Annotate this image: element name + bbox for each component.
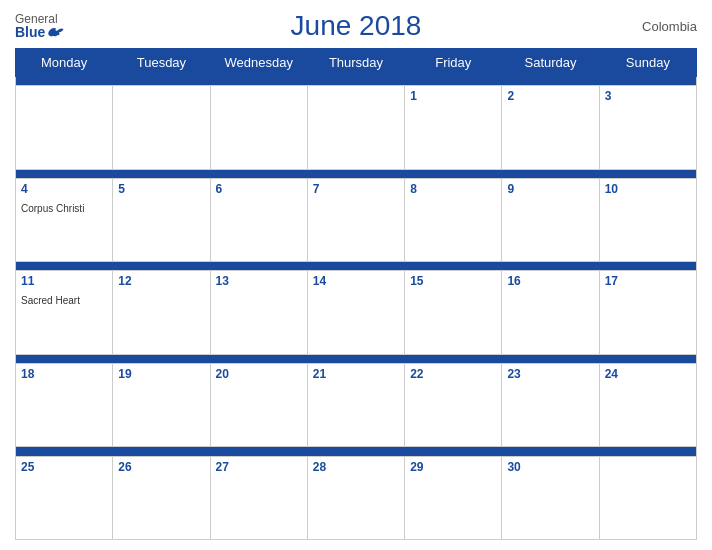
day-number: 26 <box>118 460 204 474</box>
table-row: 252627282930 <box>16 456 697 539</box>
table-row: 4Corpus Christi5678910 <box>16 178 697 261</box>
table-row: 18192021222324 <box>16 363 697 446</box>
calendar-cell: 17 <box>599 271 696 354</box>
calendar-cell <box>210 86 307 169</box>
calendar-cell: 5 <box>113 178 210 261</box>
calendar-cell: 30 <box>502 456 599 539</box>
calendar-cell: 12 <box>113 271 210 354</box>
calendar-cell: 9 <box>502 178 599 261</box>
calendar-cell: 8 <box>405 178 502 261</box>
col-friday: Friday <box>405 49 502 77</box>
calendar-cell <box>16 86 113 169</box>
day-number: 10 <box>605 182 691 196</box>
day-number: 7 <box>313 182 399 196</box>
calendar-cell: 15 <box>405 271 502 354</box>
calendar-cell: 16 <box>502 271 599 354</box>
logo-blue: Blue <box>15 25 65 39</box>
col-sunday: Sunday <box>599 49 696 77</box>
calendar-cell: 3 <box>599 86 696 169</box>
month-title: June 2018 <box>291 10 422 42</box>
calendar-cell: 29 <box>405 456 502 539</box>
day-number: 15 <box>410 274 496 288</box>
day-number: 12 <box>118 274 204 288</box>
day-number: 9 <box>507 182 593 196</box>
day-number: 25 <box>21 460 107 474</box>
calendar-cell: 4Corpus Christi <box>16 178 113 261</box>
calendar-cell: 1 <box>405 86 502 169</box>
day-number: 1 <box>410 89 496 103</box>
day-number: 20 <box>216 367 302 381</box>
days-header-row: Monday Tuesday Wednesday Thursday Friday… <box>16 49 697 77</box>
day-number: 4 <box>21 182 107 196</box>
calendar-cell: 6 <box>210 178 307 261</box>
day-number: 24 <box>605 367 691 381</box>
calendar-cell: 10 <box>599 178 696 261</box>
calendar-cell: 23 <box>502 363 599 446</box>
holiday-label: Sacred Heart <box>21 295 80 306</box>
day-number: 30 <box>507 460 593 474</box>
table-row: 123 <box>16 86 697 169</box>
day-number: 23 <box>507 367 593 381</box>
calendar-cell: 11Sacred Heart <box>16 271 113 354</box>
calendar-cell <box>599 456 696 539</box>
calendar-header: General Blue June 2018 Colombia <box>15 10 697 42</box>
col-wednesday: Wednesday <box>210 49 307 77</box>
calendar-cell: 27 <box>210 456 307 539</box>
calendar-wrapper: General Blue June 2018 Colombia Monday T… <box>0 0 712 550</box>
col-tuesday: Tuesday <box>113 49 210 77</box>
holiday-label: Corpus Christi <box>21 203 84 214</box>
day-number: 29 <box>410 460 496 474</box>
day-number: 13 <box>216 274 302 288</box>
calendar-cell: 18 <box>16 363 113 446</box>
col-thursday: Thursday <box>307 49 404 77</box>
day-number: 17 <box>605 274 691 288</box>
calendar-body: 1234Corpus Christi567891011Sacred Heart1… <box>16 77 697 540</box>
day-number: 22 <box>410 367 496 381</box>
day-number: 28 <box>313 460 399 474</box>
day-number: 3 <box>605 89 691 103</box>
day-number: 16 <box>507 274 593 288</box>
calendar-cell: 24 <box>599 363 696 446</box>
day-number: 8 <box>410 182 496 196</box>
calendar-cell: 26 <box>113 456 210 539</box>
day-number: 27 <box>216 460 302 474</box>
calendar-cell: 20 <box>210 363 307 446</box>
calendar-cell: 21 <box>307 363 404 446</box>
country-label: Colombia <box>642 19 697 34</box>
calendar-cell: 14 <box>307 271 404 354</box>
calendar-cell: 19 <box>113 363 210 446</box>
calendar-cell: 28 <box>307 456 404 539</box>
day-number: 5 <box>118 182 204 196</box>
logo-bird-icon <box>47 25 65 39</box>
calendar-table: Monday Tuesday Wednesday Thursday Friday… <box>15 48 697 540</box>
calendar-cell <box>307 86 404 169</box>
day-number: 19 <box>118 367 204 381</box>
day-number: 6 <box>216 182 302 196</box>
calendar-cell: 2 <box>502 86 599 169</box>
day-number: 14 <box>313 274 399 288</box>
day-number: 18 <box>21 367 107 381</box>
calendar-cell: 22 <box>405 363 502 446</box>
calendar-cell: 13 <box>210 271 307 354</box>
day-number: 21 <box>313 367 399 381</box>
day-number: 2 <box>507 89 593 103</box>
calendar-cell: 25 <box>16 456 113 539</box>
logo: General Blue <box>15 13 65 39</box>
calendar-cell <box>113 86 210 169</box>
table-row: 11Sacred Heart121314151617 <box>16 271 697 354</box>
col-monday: Monday <box>16 49 113 77</box>
col-saturday: Saturday <box>502 49 599 77</box>
calendar-cell: 7 <box>307 178 404 261</box>
day-number: 11 <box>21 274 107 288</box>
